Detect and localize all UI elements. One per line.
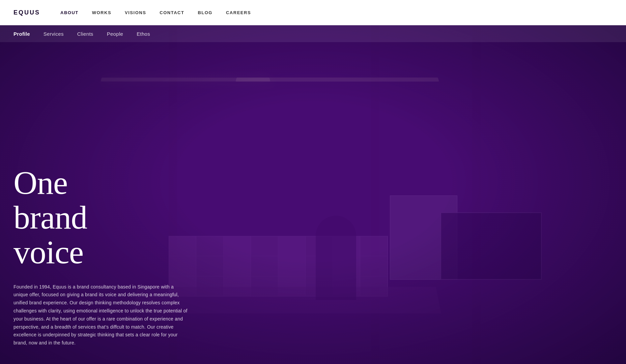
subnav-link-clients[interactable]: Clients — [77, 31, 93, 37]
nav-link-blog[interactable]: BLOG — [198, 10, 212, 15]
nav-link-contact[interactable]: CONTACT — [160, 10, 184, 15]
nav-item-works[interactable]: WORKS — [92, 9, 111, 16]
nav-item-careers[interactable]: CAREERS — [226, 9, 251, 16]
nav-item-contact[interactable]: CONTACT — [160, 9, 184, 16]
subnav-link-profile[interactable]: Profile — [13, 31, 30, 37]
nav-item-blog[interactable]: BLOG — [198, 9, 212, 16]
hero-headline: One brand voice — [13, 165, 626, 270]
main-nav-list: ABOUT WORKS VISIONS CONTACT BLOG CAREERS — [60, 9, 251, 16]
hero-section: Profile Services Clients People Ethos On… — [0, 0, 626, 364]
brand-logo[interactable]: EQUUS — [13, 9, 40, 16]
nav-link-careers[interactable]: CAREERS — [226, 10, 251, 15]
subnav-link-services[interactable]: Services — [44, 31, 64, 37]
hero-headline-line3: voice — [13, 234, 83, 270]
top-navigation: EQUUS ABOUT WORKS VISIONS CONTACT BLOG C… — [0, 0, 626, 25]
subnav-link-ethos[interactable]: Ethos — [137, 31, 150, 37]
hero-headline-line2: brand — [13, 199, 87, 236]
nav-link-about[interactable]: ABOUT — [60, 10, 79, 15]
nav-item-visions[interactable]: VISIONS — [125, 9, 146, 16]
nav-item-about[interactable]: ABOUT — [60, 9, 79, 16]
hero-content: One brand voice Founded in 1994, Equus i… — [0, 0, 626, 364]
hero-body-text: Founded in 1994, Equus is a brand consul… — [13, 283, 189, 347]
hero-headline-line1: One — [13, 164, 67, 201]
subnav-link-people[interactable]: People — [107, 31, 123, 37]
sub-navigation: Profile Services Clients People Ethos — [0, 25, 626, 42]
nav-link-works[interactable]: WORKS — [92, 10, 111, 15]
nav-link-visions[interactable]: VISIONS — [125, 10, 146, 15]
